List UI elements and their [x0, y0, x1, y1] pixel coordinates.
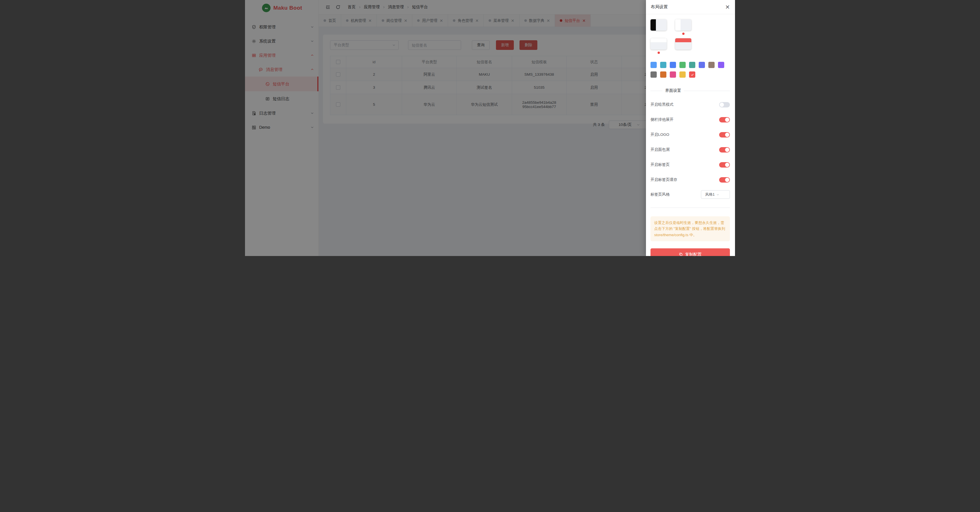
drawer-overlay[interactable] [245, 0, 646, 256]
primary-header-thumbnail [675, 38, 691, 49]
tabs-toggle[interactable] [719, 162, 730, 167]
sidebar-accordion-toggle[interactable] [719, 117, 730, 122]
setting-logo: 开启LOGO [651, 130, 730, 139]
theme-color-swatch[interactable] [670, 62, 676, 68]
tabs-cache-toggle[interactable] [719, 177, 730, 183]
theme-color-swatch[interactable] [679, 72, 686, 78]
light-sidebar-thumbnail [675, 19, 691, 30]
selected-dot [658, 52, 660, 54]
theme-color-swatch[interactable] [718, 62, 724, 68]
theme-color-swatch[interactable] [651, 62, 657, 68]
theme-color-swatch[interactable] [670, 72, 676, 78]
layout-option-primary-header[interactable] [675, 38, 691, 54]
setting-tabs: 开启标签页 [651, 161, 730, 169]
check-icon [690, 73, 694, 76]
theme-color-swatch-selected[interactable] [689, 72, 695, 78]
copy-config-button[interactable]: 复制配置 [651, 248, 730, 256]
interface-settings-divider: 界面设置 [651, 88, 730, 94]
interface-settings-title: 界面设置 [662, 88, 684, 93]
theme-color-swatches [651, 62, 730, 78]
theme-color-swatch[interactable] [679, 62, 686, 68]
theme-color-swatch[interactable] [660, 72, 667, 78]
layout-settings-drawer: 布局设置 ✕ [646, 0, 735, 256]
setting-tabs-cache: 开启标签页缓存 [651, 175, 730, 184]
dark-mode-toggle[interactable] [719, 102, 730, 107]
theme-color-swatch[interactable] [651, 72, 657, 78]
breadcrumb-toggle[interactable] [719, 147, 730, 153]
drawer-header: 布局设置 ✕ [646, 0, 735, 14]
close-icon[interactable]: ✕ [725, 4, 730, 10]
theme-color-swatch[interactable] [689, 62, 695, 68]
tab-style-value: 风格1 [705, 192, 716, 197]
theme-color-swatch[interactable] [699, 62, 705, 68]
app-screen: Maku Boot 权限管理 系统设置 [245, 0, 735, 256]
layout-option-light-header[interactable] [651, 38, 667, 54]
drawer-title: 布局设置 [651, 4, 668, 10]
dark-sidebar-thumbnail [651, 19, 667, 30]
tab-style-label: 标签页风格 [651, 192, 670, 197]
theme-color-swatch[interactable] [660, 62, 667, 68]
chevron-down-icon [716, 193, 727, 196]
drawer-body: 界面设置 开启暗黑模式 侧栏排他展开 开启LOGO 开启面包屑 开启标签页 [646, 14, 735, 256]
layout-option-dark-sidebar[interactable] [651, 19, 667, 35]
tab-style-select[interactable]: 风格1 [701, 190, 730, 199]
setting-breadcrumb: 开启面包屑 [651, 145, 730, 154]
light-header-thumbnail [651, 38, 667, 49]
layout-options [651, 19, 730, 54]
setting-tab-style: 标签页风格 风格1 [651, 190, 730, 199]
selected-dot [682, 33, 684, 35]
copy-config-label: 复制配置 [685, 252, 702, 256]
settings-notice: 设置之后仅是临时生效，要想永久生效，需点击下方的 "复制配置" 按钮，将配置替换… [651, 216, 730, 241]
theme-color-swatch[interactable] [708, 62, 714, 68]
logo-toggle[interactable] [719, 132, 730, 137]
copy-icon [679, 252, 683, 256]
layout-option-light-sidebar[interactable] [675, 19, 691, 35]
setting-dark-mode: 开启暗黑模式 [651, 100, 730, 109]
setting-sidebar-accordion: 侧栏排他展开 [651, 115, 730, 124]
